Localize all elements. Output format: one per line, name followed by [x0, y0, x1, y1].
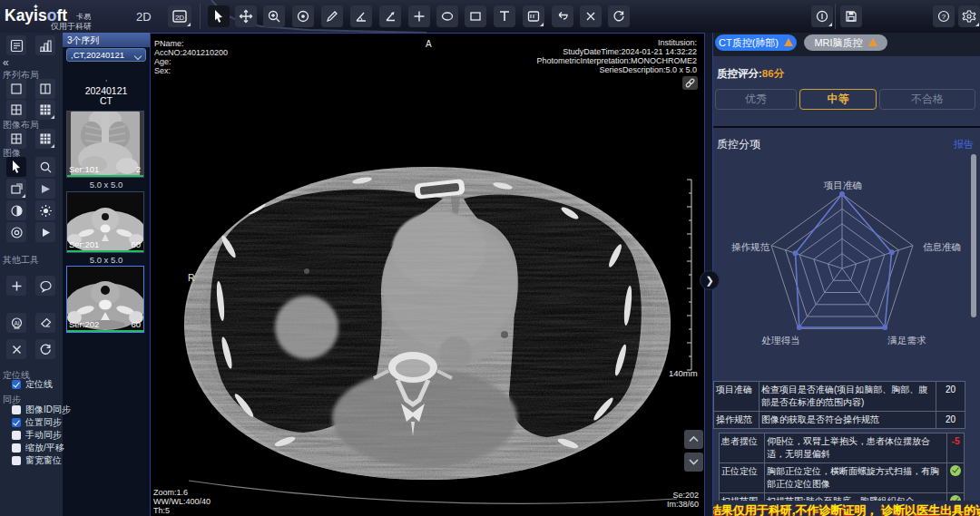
svg-text:满足需求: 满足需求 [887, 335, 927, 346]
svg-text:2D: 2D [175, 14, 184, 22]
svg-text:项目准确: 项目准确 [823, 180, 862, 190]
svg-text:?: ? [942, 13, 946, 21]
svg-text:处理得当: 处理得当 [761, 335, 800, 346]
svg-text:信息准确: 信息准确 [923, 241, 961, 252]
svg-text:AI: AI [14, 319, 19, 326]
svg-text:操作规范: 操作规范 [731, 241, 770, 252]
